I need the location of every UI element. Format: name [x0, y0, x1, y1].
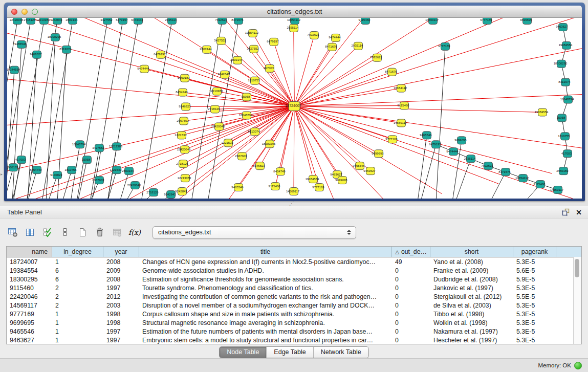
cell-title[interactable]: Genome-wide association studies in ADHD.: [139, 267, 392, 274]
cell-name[interactable]: 9463627: [7, 337, 52, 344]
cell-year[interactable]: 1997: [103, 337, 139, 344]
network-window-titlebar[interactable]: citations_edges.txt: [7, 6, 582, 18]
cell-short[interactable]: Jankovic et al. (1997): [430, 285, 513, 292]
table-scrollbar[interactable]: [573, 257, 581, 344]
insert-column-icon[interactable]: [24, 226, 37, 239]
cell-year[interactable]: 2009: [103, 267, 139, 274]
cell-short[interactable]: de Silva et al. (2003): [430, 302, 513, 309]
tab-edge-table[interactable]: Edge Table: [267, 347, 313, 358]
tab-network-table[interactable]: Network Table: [314, 347, 368, 358]
zoom-window-button[interactable]: [32, 9, 38, 15]
cell-out_degree[interactable]: 0: [392, 293, 430, 300]
minimize-window-button[interactable]: [21, 9, 28, 15]
cell-in_degree[interactable]: 1: [52, 258, 103, 266]
table-row[interactable]: 1938455462009Genome-wide association stu…: [7, 266, 581, 275]
cell-title[interactable]: Structural magnetic resonance image aver…: [139, 319, 392, 326]
new-table-icon[interactable]: [76, 226, 89, 239]
cell-short[interactable]: Yano et al. (2008): [430, 258, 513, 266]
cell-out_degree[interactable]: 0: [392, 337, 430, 344]
table-row[interactable]: 1872400712008Changes of HCN gene express…: [7, 257, 581, 266]
cell-title[interactable]: Estimation of significance thresholds fo…: [139, 276, 392, 283]
cell-name[interactable]: 22420046: [7, 293, 52, 300]
table-settings-icon[interactable]: [6, 226, 19, 239]
table-row[interactable]: 1830029562008Estimation of significance …: [7, 275, 581, 283]
cell-pagerank[interactable]: 5.3E-5: [513, 302, 556, 309]
cell-out_degree[interactable]: 49: [392, 258, 430, 266]
cell-out_degree[interactable]: 0: [392, 267, 430, 274]
close-window-button[interactable]: [11, 9, 17, 15]
cell-year[interactable]: 1998: [103, 319, 139, 326]
cell-in_degree[interactable]: 6: [52, 267, 103, 274]
column-header-title[interactable]: title: [139, 247, 392, 257]
cell-pagerank[interactable]: 5.6E-5: [513, 267, 556, 274]
rows-icon[interactable]: [58, 226, 72, 239]
cell-name[interactable]: 9115460: [7, 285, 52, 292]
cell-short[interactable]: Wolkin et al. (1998): [430, 319, 513, 326]
cell-short[interactable]: Tibbo et al. (1998): [430, 311, 513, 318]
cell-title[interactable]: Tourette syndrome. Phenomenology and cla…: [139, 285, 392, 292]
cell-pagerank[interactable]: 5.3E-5: [513, 328, 556, 335]
cell-year[interactable]: 1998: [103, 311, 139, 318]
cell-year[interactable]: 2003: [103, 302, 139, 309]
cell-out_degree[interactable]: 0: [392, 319, 430, 326]
cell-in_degree[interactable]: 1: [52, 319, 103, 326]
cell-out_degree[interactable]: 0: [392, 302, 430, 309]
divider-grip-icon[interactable]: ⋰: [289, 201, 294, 206]
close-panel-icon[interactable]: ✕: [576, 209, 582, 216]
cell-name[interactable]: 9699695: [7, 319, 52, 326]
cell-in_degree[interactable]: 1: [52, 311, 103, 318]
cell-title[interactable]: Disruption of a novel member of a sodium…: [139, 302, 392, 309]
column-header-out_degree[interactable]: △out_de…: [392, 247, 430, 257]
cell-name[interactable]: 18724007: [7, 258, 52, 266]
cell-pagerank[interactable]: 5.9E-5: [513, 276, 556, 283]
cell-name[interactable]: 19384554: [7, 267, 52, 274]
column-header-in_degree[interactable]: in_degree: [52, 247, 103, 257]
cell-pagerank[interactable]: 5.3E-5: [513, 311, 556, 318]
cell-in_degree[interactable]: 1: [52, 337, 103, 344]
cell-title[interactable]: Corpus callosum shape and size in male p…: [139, 311, 392, 318]
cell-out_degree[interactable]: 0: [392, 311, 430, 318]
cell-out_degree[interactable]: 0: [392, 285, 430, 292]
table-row[interactable]: 977716911998Corpus callosum shape and si…: [7, 310, 581, 318]
cell-year[interactable]: 1997: [103, 285, 139, 292]
table-scrollbar-thumb[interactable]: [575, 259, 579, 277]
table-row[interactable]: 946554611997Estimation of the future num…: [7, 327, 581, 336]
table-selector-dropdown[interactable]: citations_edges.txt: [153, 226, 356, 239]
cell-pagerank[interactable]: 5.3E-5: [513, 337, 556, 344]
cell-short[interactable]: Stergiakouli et al. (2012): [430, 293, 513, 300]
cell-pagerank[interactable]: 5.3E-5: [513, 258, 556, 266]
cell-short[interactable]: Nakamura et al. (1997): [430, 328, 513, 335]
table-row[interactable]: 911546021997Tourette syndrome. Phenomeno…: [7, 283, 581, 292]
cell-title[interactable]: Estimation of the future numbers of pati…: [139, 328, 392, 335]
cell-short[interactable]: Hescheler et al. (1997): [430, 337, 513, 344]
cell-name[interactable]: 9777169: [7, 311, 52, 318]
cell-title[interactable]: Investigating the contribution of common…: [139, 293, 392, 300]
cell-name[interactable]: 9465546: [7, 328, 52, 335]
cell-short[interactable]: Franke et al. (2009): [430, 267, 513, 274]
cell-year[interactable]: 2008: [103, 276, 139, 283]
table-row[interactable]: 969969511998Structural magnetic resonanc…: [7, 318, 581, 327]
cell-title[interactable]: Embryonic stem cells: a model to study s…: [139, 337, 392, 344]
delete-table-icon[interactable]: [93, 226, 106, 239]
cell-year[interactable]: 2008: [103, 258, 139, 266]
cell-year[interactable]: 1997: [103, 328, 139, 335]
cell-in_degree[interactable]: 2: [52, 285, 103, 292]
cell-in_degree[interactable]: 1: [52, 328, 103, 335]
float-panel-icon[interactable]: [561, 208, 570, 216]
table-row[interactable]: 946362711997Embryonic stem cells: a mode…: [7, 336, 581, 344]
cell-out_degree[interactable]: 0: [392, 328, 430, 335]
cell-name[interactable]: 18300295: [7, 276, 52, 283]
column-header-name[interactable]: name: [7, 247, 52, 257]
panel-divider[interactable]: ⋰: [0, 201, 588, 206]
cell-in_degree[interactable]: 2: [52, 302, 103, 309]
memory-status-indicator[interactable]: [574, 362, 582, 369]
table-row[interactable]: 1456911722003Disruption of a novel membe…: [7, 301, 581, 310]
select-columns-icon[interactable]: [41, 226, 54, 239]
cell-year[interactable]: 2012: [103, 293, 139, 300]
gutter-collapse-icon[interactable]: ▸: [1, 172, 3, 177]
table-row[interactable]: 2242004622012Investigating the contribut…: [7, 292, 581, 301]
column-header-short[interactable]: short: [430, 247, 513, 257]
network-canvas[interactable]: 2242004627181261221338392428432803144342…: [7, 18, 582, 199]
column-header-pagerank[interactable]: pagerank: [513, 247, 556, 257]
cell-pagerank[interactable]: 5.3E-5: [513, 319, 556, 326]
